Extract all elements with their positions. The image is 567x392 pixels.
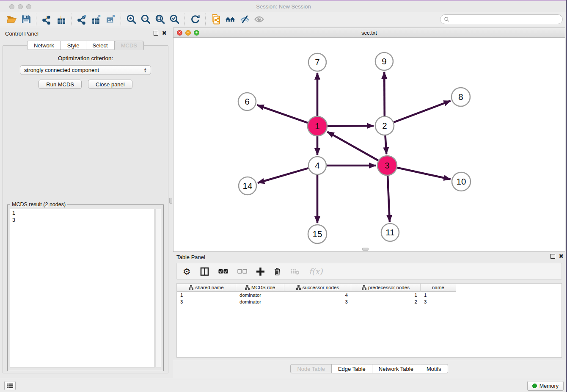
delete-button[interactable] [274, 265, 281, 277]
graph-edge-1-2[interactable] [328, 126, 374, 126]
deselect-all-button[interactable] [237, 265, 247, 277]
optimization-criterion-label: Optimization criterion: [3, 55, 168, 61]
function-fx-button[interactable]: f(x) [309, 265, 323, 277]
table-row[interactable]: 1dominator411 [177, 292, 561, 298]
zoom-in-button[interactable]: + [124, 13, 138, 26]
graph-node-8[interactable]: 8 [451, 88, 470, 106]
graph-node-4[interactable]: 4 [308, 157, 326, 174]
close-panel-icon[interactable]: ✖ [162, 31, 167, 36]
column-header-name[interactable]: name [421, 284, 456, 292]
graph-node-1[interactable]: 1 [308, 116, 327, 136]
tab-network[interactable]: Network [27, 41, 61, 50]
search-input[interactable] [451, 15, 559, 23]
gear-button[interactable]: ⚙ [183, 265, 191, 277]
table-cell-name[interactable]: 1 [421, 292, 456, 298]
table-cell-shared-name[interactable]: 1 [177, 292, 236, 298]
graph-edge-3-11[interactable] [388, 176, 390, 222]
task-history-button[interactable] [4, 381, 16, 390]
horizontal-splitter-handle[interactable] [362, 248, 369, 251]
column-view-button[interactable] [200, 265, 209, 277]
export-network-button[interactable]: ↗ [74, 13, 89, 26]
graph-edge-1-6[interactable] [257, 105, 308, 123]
column-header-MCDS-role[interactable]: MCDS role [236, 284, 284, 292]
save-session-button[interactable] [19, 13, 33, 26]
list-icon [7, 383, 13, 389]
export-table-button[interactable]: ↗ [89, 13, 103, 26]
hide-view-button[interactable] [237, 13, 252, 26]
graph-node-11[interactable]: 11 [381, 224, 399, 241]
graph-node-3[interactable]: 3 [377, 156, 397, 175]
network-canvas[interactable]: 7 9 6 8 1 2 4 3 14 10 15 11 [173, 38, 565, 251]
zoom-fit-button[interactable] [153, 13, 167, 26]
graph-edge-3-10[interactable] [397, 168, 451, 179]
graph-node-6[interactable]: 6 [238, 93, 256, 110]
tab-mcds[interactable]: MCDS [114, 41, 144, 50]
application-window: Session: New Session ↓↓↗↗↗+− Control Pan… [0, 0, 567, 392]
run-mcds-button[interactable]: Run MCDS [39, 80, 82, 89]
graph-node-14[interactable]: 14 [239, 177, 256, 195]
table-body: 1dominator4113dominator323 [177, 292, 561, 305]
tab-edge-table[interactable]: Edge Table [331, 364, 372, 373]
criterion-select[interactable]: strongly connected component ▲▼ [20, 65, 151, 75]
deselect-all-icon [237, 269, 247, 274]
window-top-border [0, 0, 567, 1]
node-table: shared nameMCDS rolesuccessor nodesprede… [176, 283, 562, 358]
table-cell-name[interactable]: 3 [421, 298, 456, 305]
graph-node-7[interactable]: 7 [308, 53, 326, 71]
zoom-out-button[interactable]: − [138, 13, 153, 26]
refresh-button[interactable] [188, 13, 202, 26]
graph-edge-2-8[interactable] [394, 101, 451, 122]
graph-node-15[interactable]: 15 [308, 225, 327, 243]
graph-edge-2-9[interactable] [384, 72, 385, 116]
table-close-panel-icon[interactable]: ✖ [559, 254, 564, 259]
import-network-button[interactable]: ↓ [39, 13, 54, 26]
network-view-window: ✕ − + scc.txt 7 9 6 8 1 2 4 3 14 10 [173, 28, 565, 252]
table-cell-predecessor-nodes[interactable]: 2 [351, 298, 421, 305]
control-panel: Control Panel ✖ NetworkStyleSelectMCDS O… [3, 30, 168, 373]
zoom-selected-icon [169, 14, 180, 25]
export-image-button[interactable]: ↗ [103, 13, 118, 26]
graph-node-10[interactable]: 10 [452, 172, 471, 191]
add-column-button[interactable] [256, 265, 264, 277]
open-file-button[interactable] [4, 13, 19, 26]
select-all-button[interactable] [218, 265, 228, 277]
tab-select[interactable]: Select [86, 41, 115, 50]
tab-motifs[interactable]: Motifs [420, 364, 448, 373]
tab-network-table[interactable]: Network Table [372, 364, 420, 373]
import-table-button[interactable]: ↓ [54, 13, 68, 26]
column-header-successor-nodes[interactable]: successor nodes [284, 284, 351, 292]
column-header-predecessor-nodes[interactable]: predecessor nodes [351, 284, 421, 292]
mcds-result-scrollbar[interactable] [155, 209, 161, 367]
table-cell-MCDS-role[interactable]: dominator [236, 298, 284, 305]
vertical-splitter-handle[interactable] [169, 198, 172, 204]
zoom-selected-button[interactable] [167, 13, 182, 26]
toolbar-separator [36, 14, 36, 25]
table-cell-successor-nodes[interactable]: 3 [284, 298, 351, 305]
column-header-shared-name[interactable]: shared name [177, 284, 236, 292]
column-type-icon [362, 285, 366, 290]
table-row[interactable]: 3dominator323 [177, 298, 561, 305]
table-cell-MCDS-role[interactable]: dominator [236, 292, 284, 298]
graph-node-2[interactable]: 2 [375, 116, 394, 135]
graph-edge-3-1[interactable] [328, 132, 379, 160]
tab-node-table[interactable]: Node Table [290, 364, 332, 373]
float-panel-icon[interactable] [154, 31, 158, 36]
home-button[interactable] [223, 13, 237, 26]
table-float-panel-icon[interactable] [550, 254, 555, 259]
tab-style[interactable]: Style [61, 41, 86, 50]
memory-button[interactable]: Memory [527, 381, 564, 391]
table-cell-shared-name[interactable]: 3 [177, 298, 236, 305]
graph-edge-2-3[interactable] [385, 135, 387, 154]
clone-network-icon [211, 14, 221, 25]
graph-edge-4-14[interactable] [258, 168, 308, 183]
clone-network-button[interactable] [209, 13, 223, 26]
svg-text:7: 7 [315, 57, 319, 67]
table-cell-successor-nodes[interactable]: 4 [284, 292, 351, 298]
home-icon [225, 14, 236, 25]
graph-node-9[interactable]: 9 [375, 52, 393, 70]
delete-table-button[interactable] [290, 265, 300, 277]
column-type-icon [189, 285, 193, 290]
eye-button[interactable] [252, 13, 266, 26]
close-panel-button[interactable]: Close panel [88, 80, 132, 89]
table-cell-predecessor-nodes[interactable]: 1 [351, 292, 421, 298]
